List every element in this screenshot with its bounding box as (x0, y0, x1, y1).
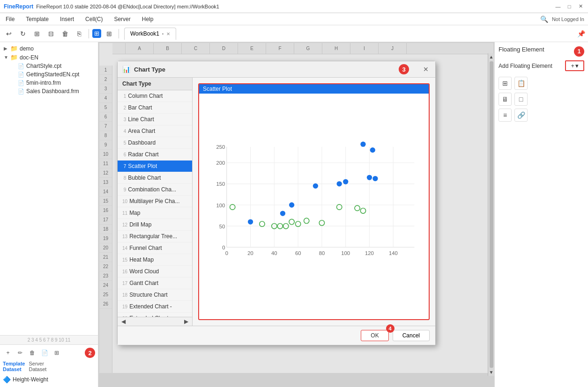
chart-list-item[interactable]: 2Bar Chart (118, 102, 192, 114)
menu-cell[interactable]: Cell(C) (83, 15, 104, 23)
toolbar-copy[interactable]: ⎘ (73, 28, 85, 40)
tab-area: WorkBook1 • ✕ (124, 28, 177, 40)
search-icon[interactable]: 🔍 (540, 15, 548, 23)
file-icon-chartstyle: 📄 (18, 63, 24, 69)
close-window-button[interactable]: ✕ (577, 3, 584, 10)
add-float-button[interactable]: + ▾ (565, 60, 584, 71)
chart-list-item[interactable]: 13Rectangular Tree... (118, 231, 192, 242)
cancel-button[interactable]: Cancel (393, 330, 430, 341)
ds-icon: 🔷 (3, 376, 11, 383)
minimize-button[interactable]: — (554, 3, 562, 10)
sidebar-add-btn[interactable]: + (3, 348, 13, 358)
svg-text:0: 0 (222, 245, 225, 250)
tree-item-demo[interactable]: ▶ 📁 demo (2, 44, 96, 53)
svg-point-46 (372, 176, 378, 181)
dialog-title: Chart Type (134, 66, 395, 73)
dialog-close-button[interactable]: ✕ (421, 65, 431, 74)
app-logo: FineReport (4, 3, 33, 10)
sidebar-doc-btn[interactable]: 📄 (39, 348, 50, 358)
chart-list-item[interactable]: 14Funnel Chart (118, 242, 192, 254)
step-badge-1: 1 (574, 46, 584, 57)
right-panel-title: Floating Element (499, 46, 544, 53)
menu-insert[interactable]: Insert (58, 15, 76, 23)
chart-list-item[interactable]: 15Heat Map (118, 254, 192, 266)
ok-button[interactable]: OK (361, 330, 388, 341)
toolbar-undo[interactable]: ↩ (3, 28, 15, 40)
chart-list-item[interactable]: 3Line Chart (118, 114, 192, 125)
tree-item-sales[interactable]: 📄 Sales Dashboard.frm (9, 87, 96, 95)
chart-list-item[interactable]: 5Dashboard (118, 137, 192, 149)
chart-list-item[interactable]: 6Radar Chart (118, 149, 192, 161)
server-dataset-tab[interactable]: ServerDataset (29, 361, 46, 372)
tree-item-5min[interactable]: 📄 5min-intro.frm (9, 79, 96, 87)
chart-list-item[interactable]: 12Drill Map (118, 219, 192, 231)
menu-server[interactable]: Server (112, 15, 132, 23)
chart-list-item[interactable]: 9Combination Cha... (118, 184, 192, 196)
toolbar-workbook[interactable]: ⊞ (103, 28, 115, 40)
content-area: A B C D E F G H I J 1 2 3 4 5 6 7 (98, 42, 494, 387)
chart-list-item[interactable]: 7Scatter Plot (118, 161, 192, 172)
chart-list-item[interactable]: 1Column Chart (118, 90, 192, 102)
sidebar-dataset-tabs: TemplateDataset ServerDataset (3, 361, 95, 372)
svg-point-45 (367, 175, 372, 180)
add-float-label: Add Floating Element (499, 63, 552, 69)
step-badge-2: 2 (85, 348, 95, 358)
chart-list-item[interactable]: 4Area Chart (118, 125, 192, 137)
tree-label-demo: demo (20, 45, 34, 52)
template-dataset-tab[interactable]: TemplateDataset (3, 361, 25, 372)
tree-item-doc-en[interactable]: ▼ 📁 doc-EN (2, 53, 96, 62)
right-icon-list[interactable]: ≡ (499, 109, 512, 122)
menu-right: 🔍 Not Logged In (540, 15, 584, 23)
chart-list-item[interactable]: 19Extended Chart - (118, 301, 192, 313)
toolbar-delete[interactable]: 🗑 (59, 28, 71, 40)
sidebar-edit-btn[interactable]: ✏ (15, 348, 25, 358)
toolbar-minus[interactable]: ⊟ (45, 28, 57, 40)
sidebar-bottom: + ✏ 🗑 📄 ⊞ 2 TemplateDataset ServerDatase… (0, 344, 98, 387)
svg-text:50: 50 (219, 224, 225, 229)
tab-workbook1[interactable]: WorkBook1 • ✕ (124, 28, 176, 40)
svg-point-34 (304, 218, 309, 223)
svg-point-43 (337, 181, 342, 186)
right-icon-window[interactable]: □ (514, 93, 528, 106)
scatter-title-bar: Scatter Plot (199, 84, 429, 94)
chart-list-item[interactable]: 11Map (118, 207, 192, 219)
chart-list-item[interactable]: 18Structure Chart (118, 289, 192, 301)
ok-btn-wrapper: OK 4 (361, 330, 388, 341)
menu-file[interactable]: File (4, 15, 16, 23)
svg-text:150: 150 (216, 181, 225, 187)
ds-entry-height-weight[interactable]: 🔷 Height-Weight (3, 375, 95, 384)
file-icon-gettingstarted: 📄 (18, 72, 24, 78)
toolbar-active-icon[interactable]: ⊞ (92, 29, 101, 38)
dialog-titlebar: 📊 Chart Type 3 ✕ (118, 61, 435, 78)
menu-template[interactable]: Template (24, 15, 51, 23)
chart-list-item[interactable]: 20Extended Chart - (118, 313, 192, 317)
svg-point-37 (355, 205, 360, 211)
chart-list-item[interactable]: 16Word Cloud (118, 266, 192, 277)
pin-icon[interactable]: 📌 (577, 30, 585, 37)
right-panel-icons: ⊞ 📋 🖥 □ ≡ 🔗 (499, 77, 584, 122)
chart-list-item[interactable]: 10Multilayer Pie Cha... (118, 196, 192, 207)
right-icon-monitor[interactable]: 🖥 (499, 93, 512, 106)
tree-item-gettingstarted[interactable]: 📄 GettingStartedEN.cpt (9, 70, 96, 79)
maximize-button[interactable]: □ (566, 3, 573, 10)
chart-list-item[interactable]: 8Bubble Chart (118, 172, 192, 184)
toolbar-grid[interactable]: ⊞ (31, 28, 43, 40)
scroll-left-arrow[interactable]: ◀ (121, 318, 126, 325)
svg-point-48 (343, 179, 348, 184)
scatter-preview: Scatter Plot (198, 83, 430, 320)
right-icon-grid[interactable]: ⊞ (499, 77, 512, 90)
chart-list[interactable]: 1Column Chart 2Bar Chart 3Line Chart 4Ar… (118, 90, 192, 317)
scroll-right-arrow[interactable]: ▶ (184, 318, 188, 325)
right-icon-table[interactable]: 📋 (514, 77, 528, 90)
right-icon-link[interactable]: 🔗 (514, 109, 528, 122)
chart-list-item[interactable]: 17Gantt Chart (118, 277, 192, 289)
svg-text:60: 60 (295, 250, 301, 256)
sidebar-grid-btn[interactable]: ⊞ (52, 348, 62, 358)
right-icon-row-2: 🖥 □ (499, 93, 584, 106)
toolbar-redo[interactable]: ↻ (17, 28, 29, 40)
chart-type-header: Chart Type (118, 78, 192, 90)
sidebar-delete-btn[interactable]: 🗑 (27, 348, 37, 358)
menu-help[interactable]: Help (140, 15, 156, 23)
tree-item-chartstyle[interactable]: 📄 ChartStyle.cpt (9, 62, 96, 70)
tab-close-button[interactable]: ✕ (166, 31, 170, 37)
